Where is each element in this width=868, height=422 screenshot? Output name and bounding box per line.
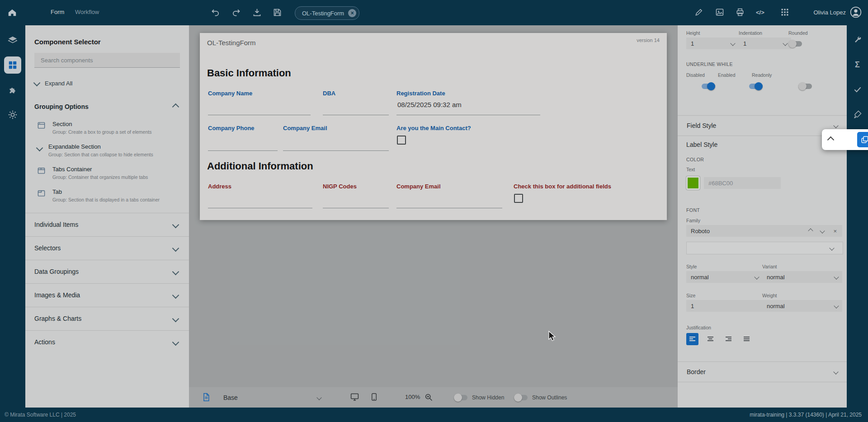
component-item-section[interactable]: Section Group: Create a box to group a s… bbox=[25, 117, 189, 139]
field-company-email-2[interactable]: Company Email bbox=[396, 183, 502, 208]
section-grouping-options[interactable]: Grouping Options bbox=[25, 97, 189, 117]
field-label: NIGP Codes bbox=[323, 183, 389, 190]
user-menu[interactable]: Olivia Lopez bbox=[813, 6, 862, 18]
field-dba[interactable]: DBA bbox=[323, 90, 389, 115]
field-registration-date[interactable]: Registration Date 08/25/2025 09:32 am bbox=[396, 90, 540, 115]
weight-select[interactable]: normal bbox=[762, 300, 842, 312]
label-style-spotlight-popout[interactable] bbox=[822, 129, 868, 150]
edit-pencil-icon[interactable] bbox=[694, 8, 703, 17]
color-hex-input[interactable]: #68BC00 bbox=[704, 177, 781, 189]
copy-style-button[interactable] bbox=[857, 132, 868, 147]
align-left-button[interactable] bbox=[686, 333, 698, 345]
chevron-down-icon bbox=[172, 221, 179, 228]
home-icon[interactable] bbox=[7, 8, 17, 18]
color-header: COLOR bbox=[686, 157, 704, 162]
page-doc-icon[interactable] bbox=[202, 393, 211, 402]
mobile-view-icon[interactable] bbox=[370, 392, 378, 402]
field-style-section[interactable]: Field Style bbox=[678, 115, 847, 136]
search-input[interactable] bbox=[40, 56, 175, 64]
section-data-groupings[interactable]: Data Groupings bbox=[25, 260, 189, 283]
component-item-tabs-container[interactable]: Tabs Container Group: Container that org… bbox=[25, 162, 189, 184]
additional-information-heading: Additional Information bbox=[207, 160, 313, 172]
field-value[interactable]: 08/25/2025 09:32 am bbox=[397, 101, 462, 108]
align-right-button[interactable] bbox=[722, 333, 735, 345]
section-label: Data Groupings bbox=[34, 268, 79, 275]
form-canvas[interactable]: OL-TestingForm version 14 Basic Informat… bbox=[189, 25, 678, 408]
save-icon[interactable] bbox=[273, 8, 282, 17]
border-section[interactable]: Border bbox=[678, 361, 847, 382]
field-address[interactable]: Address bbox=[208, 183, 312, 208]
align-justify-button[interactable] bbox=[741, 333, 753, 345]
field-nigp-codes[interactable]: NIGP Codes bbox=[323, 183, 389, 208]
section-selectors[interactable]: Selectors bbox=[25, 236, 189, 260]
sigma-icon[interactable]: Σ bbox=[852, 59, 863, 70]
chevron-down-icon bbox=[783, 41, 788, 46]
clear-icon[interactable]: × bbox=[833, 228, 837, 234]
settings-gear-icon[interactable] bbox=[4, 106, 21, 123]
undo-icon[interactable] bbox=[211, 8, 220, 17]
download-icon[interactable] bbox=[252, 8, 262, 17]
section-actions[interactable]: Actions bbox=[25, 330, 189, 354]
main-contact-checkbox[interactable] bbox=[397, 136, 406, 145]
components-grid-icon[interactable] bbox=[4, 56, 21, 74]
form-chip[interactable]: OL-TestingForm × bbox=[295, 6, 359, 20]
field-additional-checkbox[interactable]: Check this box for additional fields bbox=[514, 183, 658, 208]
redo-icon[interactable] bbox=[231, 8, 241, 17]
image-icon[interactable] bbox=[715, 8, 724, 17]
enabled-toggle[interactable] bbox=[749, 84, 763, 89]
height-label: Height bbox=[686, 30, 700, 36]
component-item-tab[interactable]: Tab Group: Section that is displayed in … bbox=[25, 184, 189, 207]
font-secondary-select[interactable] bbox=[686, 242, 843, 254]
form-title: OL-TestingForm bbox=[207, 39, 256, 47]
search-field[interactable] bbox=[34, 53, 180, 68]
weight-value: normal bbox=[767, 303, 785, 309]
field-company-name[interactable]: Company Name bbox=[208, 90, 311, 115]
rounded-toggle[interactable] bbox=[788, 41, 802, 47]
layers-icon[interactable] bbox=[4, 32, 21, 49]
field-company-email[interactable]: Company Email bbox=[283, 125, 389, 151]
size-input[interactable]: 1 bbox=[686, 300, 763, 312]
field-company-phone[interactable]: Company Phone bbox=[208, 125, 278, 151]
section-images-media[interactable]: Images & Media bbox=[25, 283, 189, 307]
show-hidden-toggle[interactable] bbox=[454, 395, 467, 400]
avatar[interactable] bbox=[850, 6, 862, 18]
font-family-select[interactable]: Roboto × bbox=[686, 225, 842, 237]
desktop-view-icon[interactable] bbox=[350, 392, 359, 402]
indentation-select[interactable]: 1 bbox=[739, 38, 791, 49]
zoom-in-icon[interactable] bbox=[424, 393, 433, 402]
plugins-puzzle-icon[interactable] bbox=[4, 81, 21, 98]
color-swatch[interactable] bbox=[686, 176, 700, 190]
tab-form[interactable]: Form bbox=[51, 9, 64, 15]
field-label: Company Phone bbox=[208, 125, 278, 131]
align-center-button[interactable] bbox=[704, 333, 717, 345]
section-individual-items[interactable]: Individual Items bbox=[25, 213, 189, 236]
component-item-expandable-section[interactable]: Expandable Section Group: Section that c… bbox=[25, 139, 189, 162]
brush-icon[interactable] bbox=[852, 109, 863, 120]
underline-while-header: UNDERLINE WHILE bbox=[686, 61, 733, 67]
code-icon[interactable]: </> bbox=[756, 9, 764, 16]
label-style-header[interactable]: Label Style bbox=[686, 141, 717, 148]
chevron-up-icon[interactable] bbox=[808, 228, 813, 233]
form-preview-card[interactable]: OL-TestingForm version 14 Basic Informat… bbox=[200, 33, 667, 220]
tab-workflow[interactable]: Workflow bbox=[75, 9, 99, 15]
collapse-chevron-up-icon[interactable] bbox=[827, 136, 835, 143]
check-icon[interactable] bbox=[852, 84, 863, 95]
additional-fields-checkbox[interactable] bbox=[514, 194, 523, 203]
expand-all-control[interactable]: Expand All bbox=[34, 80, 180, 87]
disabled-toggle[interactable] bbox=[702, 84, 715, 89]
base-page-select[interactable]: Base bbox=[218, 391, 326, 404]
component-name: Tab bbox=[52, 188, 160, 195]
wrench-icon[interactable] bbox=[852, 34, 863, 45]
show-outlines-toggle[interactable] bbox=[514, 395, 528, 400]
height-select[interactable]: 1 bbox=[686, 38, 739, 49]
readonly-toggle[interactable] bbox=[798, 84, 812, 89]
print-icon[interactable] bbox=[736, 8, 745, 17]
section-graphs-charts[interactable]: Graphs & Charts bbox=[25, 307, 189, 330]
variant-select[interactable]: normal bbox=[762, 271, 842, 283]
chevron-down-icon[interactable] bbox=[820, 228, 825, 233]
close-icon[interactable]: × bbox=[348, 9, 356, 17]
style-select[interactable]: normal bbox=[686, 271, 763, 283]
field-main-contact[interactable]: Are you the Main Contact? bbox=[396, 125, 546, 151]
chevron-down-icon bbox=[754, 274, 759, 279]
apps-grid-icon[interactable] bbox=[780, 8, 789, 17]
